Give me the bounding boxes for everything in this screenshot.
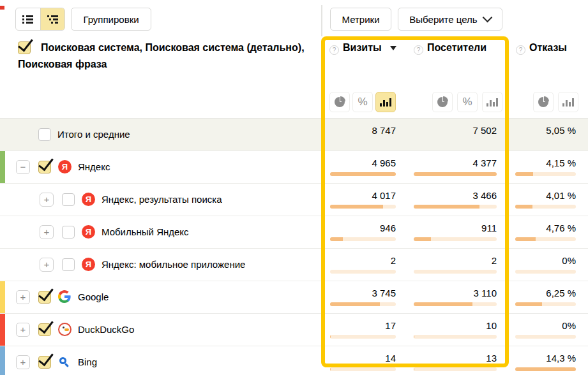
visitors-percent-mode-button[interactable] [457, 92, 478, 112]
table-row[interactable]: Яндекс 4 965 4 377 4,15 % [0, 151, 588, 184]
flat-list-view-button[interactable] [16, 8, 40, 30]
table-row[interactable]: Яндекс, результаты поиска 4 017 3 466 4,… [0, 184, 588, 216]
table-row[interactable]: Мобильный Яндекс 946 911 4,76 % [0, 216, 588, 249]
visits-bars-mode-button[interactable] [375, 92, 396, 112]
expand-toggle-button[interactable] [16, 355, 30, 369]
visitors-bar [414, 335, 497, 339]
visits-value: 946 [380, 223, 396, 233]
dimensions-checkbox[interactable] [18, 41, 31, 54]
row-label[interactable]: Яндекс: мобильное приложение [102, 259, 245, 270]
visits-value: 14 [385, 353, 396, 364]
row-color-strip [0, 281, 5, 313]
expand-toggle-button[interactable] [40, 258, 54, 272]
bounce-value: 4,15 % [546, 158, 576, 168]
visitors-value: 10 [486, 320, 497, 331]
percent-icon [462, 96, 472, 108]
groupings-button[interactable]: Группировки [71, 8, 151, 31]
row-label[interactable]: Яндекс [78, 161, 110, 172]
help-icon[interactable] [329, 45, 339, 55]
search-engine-favicon [58, 160, 72, 174]
expand-toggle-button[interactable] [16, 290, 30, 304]
search-engine-favicon [82, 193, 96, 207]
row-checkbox[interactable] [62, 226, 75, 239]
duckduckgo-icon [58, 323, 72, 336]
search-engine-favicon [58, 290, 72, 304]
yandex-icon [82, 225, 95, 239]
pie-chart-icon [538, 97, 548, 107]
select-goal-label: Выберите цель [409, 14, 477, 25]
visitors-value: 3 110 [474, 288, 497, 298]
expand-toggle-button[interactable] [40, 193, 54, 207]
row-label[interactable]: Яндекс, результаты поиска [102, 194, 222, 205]
column-header-bounce[interactable]: Отказы [516, 42, 567, 55]
row-label[interactable]: Bing [78, 357, 97, 367]
table-row[interactable]: Яндекс: мобильное приложение 2 2 0% [0, 249, 588, 281]
column-label-bounce: Отказы [529, 42, 567, 53]
expand-toggle-button[interactable] [40, 225, 54, 239]
visitors-bar [414, 172, 497, 176]
visitors-value: 2 [492, 255, 497, 266]
report-table: Итого и средние 8 747 7 502 5,05 % Яндек… [0, 118, 588, 375]
visits-bar [330, 237, 396, 241]
visitors-bar [414, 302, 497, 306]
column-label-visits: Визиты [343, 42, 382, 53]
visits-value: 3 745 [372, 288, 396, 298]
bounce-bar [515, 270, 576, 274]
bounce-bar [515, 335, 576, 339]
row-label[interactable]: DuckDuckGo [78, 324, 134, 335]
row-checkbox[interactable] [38, 291, 51, 304]
totals-checkbox[interactable] [38, 128, 51, 141]
expand-toggle-button[interactable] [16, 323, 30, 337]
visits-value: 4 965 [372, 158, 396, 168]
row-label[interactable]: Google [78, 291, 109, 302]
select-goal-dropdown[interactable]: Выберите цель [398, 8, 502, 31]
bounce-bar [515, 367, 576, 371]
bounce-value: 6,25 % [546, 288, 576, 298]
dimensions-header: Поисковая система, Поисковая система (де… [18, 40, 324, 73]
bounce-bar [515, 172, 576, 176]
totals-visitors-value: 7 502 [472, 125, 497, 136]
row-checkbox[interactable] [38, 323, 51, 336]
flat-list-icon [22, 15, 33, 24]
search-engine-favicon [82, 258, 96, 272]
row-checkbox[interactable] [38, 356, 51, 369]
table-body: Яндекс 4 965 4 377 4,15 % Яндекс, резуль… [0, 151, 588, 375]
row-label[interactable]: Мобильный Яндекс [102, 226, 189, 237]
metrics-button[interactable]: Метрики [330, 8, 391, 31]
totals-row: Итого и средние 8 747 7 502 5,05 % [0, 118, 588, 151]
view-toggle [15, 8, 65, 31]
help-icon[interactable] [414, 45, 423, 55]
visitors-bars-mode-button[interactable] [482, 92, 502, 112]
bounce-bar [515, 237, 576, 241]
bounce-bars-mode-button[interactable] [558, 92, 578, 112]
yandex-icon [58, 160, 72, 173]
tree-list-icon [47, 15, 58, 24]
bounce-value: 0% [562, 320, 576, 331]
row-checkbox[interactable] [62, 193, 75, 206]
table-row[interactable]: Bing 14 13 14,3 % [0, 346, 588, 375]
column-header-visitors[interactable]: Посетители [414, 42, 486, 55]
bounce-bar [515, 205, 576, 209]
tree-view-button[interactable] [40, 8, 65, 30]
totals-visits-value: 8 747 [372, 125, 396, 136]
percent-icon [358, 96, 367, 108]
help-icon[interactable] [516, 45, 525, 55]
visits-percent-mode-button[interactable] [352, 92, 373, 112]
expand-toggle-button[interactable] [16, 160, 30, 174]
column-header-visits[interactable]: Визиты [329, 42, 396, 55]
visitors-pie-mode-button[interactable] [432, 92, 453, 112]
visitors-bar [414, 205, 497, 209]
visitors-bar [414, 237, 497, 241]
visits-bar [330, 335, 396, 339]
row-checkbox[interactable] [38, 161, 51, 173]
table-row[interactable]: Google 3 745 3 110 6,25 % [0, 281, 588, 314]
table-row[interactable]: DuckDuckGo 17 10 0% [0, 314, 588, 346]
bounce-pie-mode-button[interactable] [533, 92, 554, 112]
bing-search-icon [58, 356, 71, 369]
visitors-value: 13 [486, 353, 497, 364]
dimensions-label: Поисковая система, Поисковая система (де… [18, 42, 305, 70]
visits-bar [330, 205, 396, 209]
google-icon [58, 290, 71, 303]
row-checkbox[interactable] [62, 258, 75, 271]
visits-pie-mode-button[interactable] [329, 92, 350, 112]
